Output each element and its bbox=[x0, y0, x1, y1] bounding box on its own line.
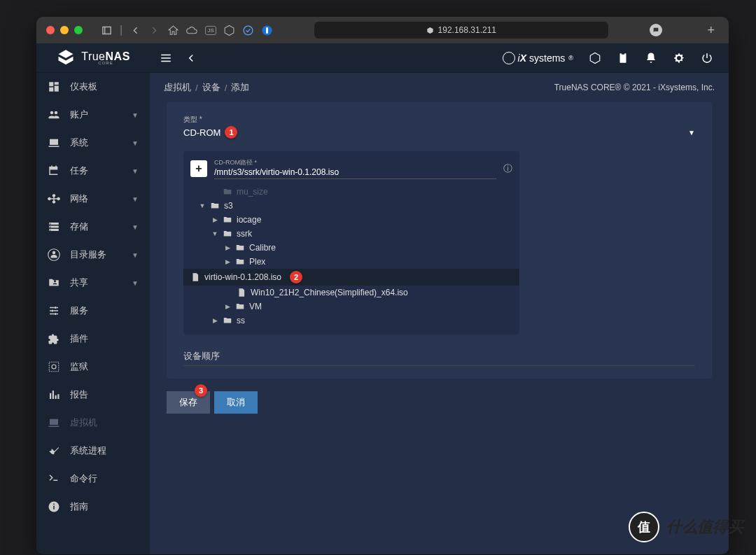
group-icon bbox=[48, 108, 60, 121]
url-text: 192.168.31.211 bbox=[438, 25, 496, 35]
sidebar-item-calendar[interactable]: 任务▼ bbox=[36, 157, 150, 185]
maximize-button[interactable] bbox=[74, 26, 83, 34]
watermark-text: 什么值得买 bbox=[666, 517, 743, 538]
form-actions: 3 保存 取消 bbox=[167, 391, 712, 414]
address-bar[interactable]: 192.168.31.211 bbox=[314, 22, 608, 38]
crumb-add: 添加 bbox=[231, 81, 249, 94]
watermark-badge: 值 bbox=[629, 512, 659, 542]
new-tab-button[interactable]: + bbox=[703, 23, 719, 38]
type-label: 类型 * bbox=[183, 115, 695, 125]
notifications-icon[interactable] bbox=[645, 52, 657, 64]
cube-icon[interactable] bbox=[223, 24, 235, 36]
storage-icon bbox=[48, 220, 60, 233]
add-path-button[interactable]: + bbox=[190, 160, 207, 177]
svg-rect-3 bbox=[620, 53, 626, 63]
tree-folder-plex[interactable]: ▶Plex bbox=[190, 255, 512, 269]
svg-rect-2 bbox=[266, 27, 268, 34]
tree-folder-ss[interactable]: ▶ss bbox=[190, 314, 512, 328]
tree-folder-ssrk[interactable]: ▼ssrk bbox=[190, 227, 512, 241]
forward-icon[interactable] bbox=[148, 24, 160, 36]
macos-titlebar: | JS 192.168.31.211 + bbox=[36, 17, 729, 43]
laptop-icon bbox=[48, 136, 60, 149]
nav-label: 账户 bbox=[70, 108, 88, 121]
cloud-icon[interactable] bbox=[186, 24, 198, 36]
sidebar-item-dashboard[interactable]: 仪表板 bbox=[36, 73, 150, 101]
sidebar-item-group[interactable]: 账户▼ bbox=[36, 101, 150, 129]
check-circle-icon[interactable] bbox=[242, 24, 254, 36]
svg-point-5 bbox=[52, 251, 56, 255]
power-icon[interactable] bbox=[701, 52, 713, 64]
sidebar-item-laptop[interactable]: 虚拟机 bbox=[36, 409, 150, 437]
js-badge: JS bbox=[205, 26, 216, 35]
calendar-icon bbox=[48, 164, 60, 177]
minimize-button[interactable] bbox=[60, 26, 69, 34]
chart-icon bbox=[48, 388, 60, 401]
nav-label: 监狱 bbox=[70, 360, 88, 373]
laptop-icon bbox=[48, 416, 60, 429]
svg-point-11 bbox=[52, 365, 56, 369]
close-button[interactable] bbox=[46, 26, 55, 34]
clipboard-icon[interactable] bbox=[617, 52, 629, 64]
cdrom-path-input[interactable]: CD-ROM路径 * /mnt/s3/ssrk/virtio-win-0.1.2… bbox=[214, 158, 496, 179]
network-icon bbox=[48, 192, 60, 205]
sidebar-item-chart[interactable]: 报告 bbox=[36, 381, 150, 409]
tree-file-virtio[interactable]: virtio-win-0.1.208.iso2 bbox=[183, 269, 519, 286]
main-content: 虚拟机 / 设备 / 添加 TrueNAS CORE® © 2021 - iXs… bbox=[150, 73, 729, 554]
tree-folder-s3[interactable]: ▼s3 bbox=[190, 199, 512, 213]
menu-icon[interactable] bbox=[160, 52, 172, 64]
svg-point-9 bbox=[55, 313, 57, 315]
back-icon[interactable] bbox=[185, 52, 197, 64]
ix-badge-icon bbox=[503, 52, 515, 64]
back-icon[interactable] bbox=[130, 24, 141, 36]
notif-icon[interactable] bbox=[650, 24, 662, 36]
sidebar-item-contacts[interactable]: 目录服务▼ bbox=[36, 241, 150, 269]
dashboard-icon bbox=[48, 80, 60, 93]
type-select[interactable]: CD-ROM 1 ▼ bbox=[183, 126, 695, 141]
svg-rect-10 bbox=[49, 362, 59, 372]
onepw-icon[interactable] bbox=[261, 24, 273, 36]
sidebar-item-jail[interactable]: 监狱 bbox=[36, 353, 150, 381]
sidebar-item-info[interactable]: 指南 bbox=[36, 493, 150, 521]
traffic-lights bbox=[46, 26, 83, 34]
sidebar-item-wrench[interactable]: 系统进程 bbox=[36, 437, 150, 465]
svg-rect-4 bbox=[622, 52, 625, 54]
sidebar-item-folder-shared[interactable]: 共享▼ bbox=[36, 269, 150, 297]
nav-label: 任务 bbox=[70, 164, 88, 177]
cancel-button[interactable]: 取消 bbox=[214, 391, 258, 414]
file-tree: mu_size ▼s3 ▶iocage ▼ssrk ▶Calibre ▶Plex… bbox=[190, 185, 512, 328]
contacts-icon bbox=[48, 248, 60, 261]
ix-logo[interactable]: iXsystems® bbox=[503, 52, 573, 64]
crumb-vm[interactable]: 虚拟机 bbox=[164, 81, 191, 94]
sidebar-item-storage[interactable]: 存储▼ bbox=[36, 213, 150, 241]
sidebar-item-terminal[interactable]: 命令行 bbox=[36, 465, 150, 493]
device-order-label[interactable]: 设备顺序 bbox=[183, 350, 695, 366]
system-icon[interactable] bbox=[589, 52, 601, 64]
sidebar-toggle-icon[interactable] bbox=[101, 24, 113, 36]
sidebar-item-extension[interactable]: 插件 bbox=[36, 325, 150, 353]
file-picker: + CD-ROM路径 * /mnt/s3/ssrk/virtio-win-0.1… bbox=[183, 151, 519, 335]
wrench-icon bbox=[48, 444, 60, 457]
tree-folder-iocage[interactable]: ▶iocage bbox=[190, 213, 512, 227]
tree-file-win10[interactable]: Win10_21H2_Chinese(Simplified)_x64.iso bbox=[190, 286, 512, 300]
app-window: | JS 192.168.31.211 + TrueNAS CORE bbox=[36, 17, 729, 554]
help-icon[interactable]: ⓘ bbox=[503, 162, 512, 175]
copyright: TrueNAS CORE® © 2021 - iXsystems, Inc. bbox=[554, 83, 715, 92]
crumb-devices[interactable]: 设备 bbox=[202, 81, 220, 94]
watermark: 值 什么值得买 bbox=[629, 512, 743, 542]
chevron-down-icon: ▼ bbox=[132, 195, 139, 203]
nav-label: 目录服务 bbox=[70, 248, 106, 261]
tree-folder-calibre[interactable]: ▶Calibre bbox=[190, 241, 512, 255]
tree-folder[interactable]: mu_size bbox=[190, 185, 512, 199]
home-icon[interactable] bbox=[167, 24, 179, 36]
nav-label: 插件 bbox=[70, 332, 88, 345]
nav-label: 系统进程 bbox=[70, 444, 106, 457]
sidebar-item-laptop[interactable]: 系统▼ bbox=[36, 129, 150, 157]
tree-folder-vm[interactable]: ▶VM bbox=[190, 300, 512, 314]
sidebar-item-tune[interactable]: 服务 bbox=[36, 297, 150, 325]
nav-label: 服务 bbox=[70, 304, 88, 317]
settings-icon[interactable] bbox=[673, 52, 685, 64]
chevron-down-icon: ▼ bbox=[132, 223, 139, 231]
brand[interactable]: TrueNAS CORE bbox=[36, 48, 150, 68]
sidebar-item-network[interactable]: 网络▼ bbox=[36, 185, 150, 213]
folder-shared-icon bbox=[48, 276, 60, 289]
